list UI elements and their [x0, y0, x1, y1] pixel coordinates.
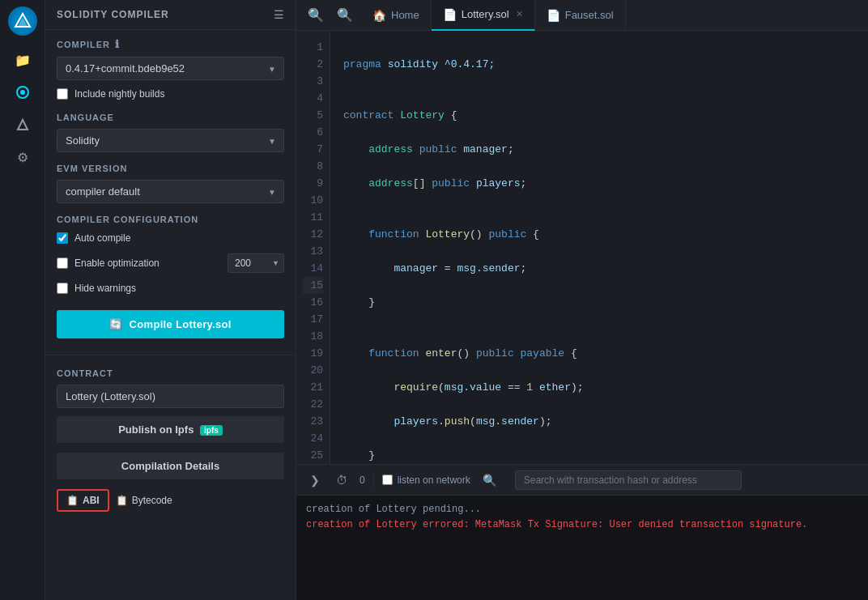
- console-line-2: creation of Lottery errored: MetaMask Tx…: [306, 517, 858, 533]
- config-section-label: COMPILER CONFIGURATION: [45, 206, 296, 228]
- tab-home[interactable]: 🏠 Home: [361, 0, 432, 31]
- nav-settings[interactable]: ⚙: [8, 143, 37, 172]
- tab-lottery[interactable]: 📄 Lottery.sol ✕: [432, 0, 535, 31]
- compiler-version-wrapper: 0.4.17+commit.bdeb9e520.8.0+commit.c7dfd…: [57, 57, 284, 80]
- compiler-info-icon[interactable]: ℹ: [115, 38, 120, 50]
- enable-optimization-checkbox[interactable]: [57, 257, 68, 269]
- evm-select[interactable]: compiler default homestead byzantium ist…: [57, 180, 284, 203]
- publish-button-label: Publish on Ipfs: [118, 423, 194, 436]
- bytecode-copy-icon: 📋: [116, 495, 128, 506]
- auto-compile-row: Auto compile: [45, 228, 296, 249]
- line-numbers: 12345 678910 1112131415 1617181920 21222…: [296, 31, 330, 464]
- fauset-tab-icon: 📄: [547, 9, 560, 22]
- code-editor[interactable]: 12345 678910 1112131415 1617181920 21222…: [296, 31, 868, 464]
- copy-icon: 📋: [66, 495, 79, 506]
- editor-toolbar: 🔍 🔍 🏠 Home 📄 Lottery.sol ✕ 📄 Fauset.sol: [296, 0, 868, 31]
- language-section-label: LANGUAGE: [45, 104, 296, 126]
- compilation-details-button[interactable]: Compilation Details: [57, 453, 284, 479]
- auto-compile-checkbox[interactable]: [57, 232, 68, 244]
- listen-network-row: listen on network: [382, 474, 470, 486]
- include-nightly-row: Include nightly builds: [45, 83, 296, 104]
- language-wrapper: Solidity Yul: [57, 129, 284, 152]
- hide-warnings-row: Hide warnings: [45, 278, 296, 299]
- abi-label: ABI: [83, 495, 100, 506]
- include-nightly-label: Include nightly builds: [74, 88, 164, 100]
- contract-select-wrapper: Lottery (Lottery.sol) Fauset (Fauset.sol…: [57, 385, 284, 408]
- bytecode-label: Bytecode: [132, 495, 172, 506]
- compilation-details-label: Compilation Details: [121, 460, 219, 472]
- compiler-section-label: COMPILER ℹ: [45, 30, 296, 53]
- home-tab-icon: 🏠: [372, 9, 386, 22]
- lottery-tab-icon: 📄: [443, 8, 457, 21]
- lottery-tab-close[interactable]: ✕: [516, 9, 523, 19]
- hide-warnings-label: Hide warnings: [74, 283, 136, 294]
- status-bar: ❯ ⏱ 0 listen on network 🔍: [296, 464, 868, 495]
- sidebar: Solidity Compiler ☰ COMPILER ℹ 0.4.17+co…: [45, 0, 296, 600]
- zoom-out-button[interactable]: 🔍: [303, 4, 329, 26]
- status-divider: [373, 472, 374, 488]
- sidebar-title: Solidity Compiler: [57, 9, 169, 20]
- nav-compiler[interactable]: [8, 78, 37, 107]
- console-line-1: creation of Lottery pending...: [306, 502, 858, 517]
- main-area: 🔍 🔍 🏠 Home 📄 Lottery.sol ✕ 📄 Fauset.sol …: [296, 0, 868, 600]
- hide-warnings-checkbox[interactable]: [57, 283, 68, 294]
- svg-point-3: [20, 90, 25, 95]
- compile-button-label: Compile Lottery.sol: [130, 318, 232, 330]
- fauset-tab-label: Fauset.sol: [565, 9, 614, 21]
- tx-count: 0: [360, 474, 365, 486]
- optimization-num-wrapper: [228, 253, 284, 273]
- clock-icon[interactable]: ⏱: [332, 472, 351, 488]
- optimization-value-input[interactable]: [228, 253, 284, 273]
- sidebar-header: Solidity Compiler ☰: [45, 0, 296, 30]
- contract-select[interactable]: Lottery (Lottery.sol) Fauset (Fauset.sol…: [57, 385, 284, 408]
- compile-button[interactable]: 🔄 Compile Lottery.sol: [57, 310, 284, 338]
- ipfs-badge: ipfs: [200, 425, 223, 436]
- optimization-row: Enable optimization: [45, 249, 296, 278]
- zoom-in-button[interactable]: 🔍: [332, 4, 358, 26]
- console-area: creation of Lottery pending... creation …: [296, 495, 868, 600]
- language-select[interactable]: Solidity Yul: [57, 129, 284, 152]
- nav-deploy[interactable]: [8, 110, 37, 139]
- contract-section-label: CONTRACT: [45, 360, 296, 381]
- nav-files[interactable]: 📁: [8, 45, 37, 74]
- include-nightly-checkbox[interactable]: [57, 88, 68, 100]
- evm-wrapper: compiler default homestead byzantium ist…: [57, 180, 284, 203]
- tab-fauset[interactable]: 📄 Fauset.sol: [535, 0, 626, 31]
- abi-button[interactable]: 📋 ABI: [57, 489, 109, 512]
- code-content[interactable]: pragma solidity ^0.4.17; contract Lotter…: [330, 31, 868, 464]
- tx-search-input[interactable]: [515, 470, 742, 490]
- lottery-tab-label: Lottery.sol: [462, 8, 509, 20]
- evm-section-label: EVM VERSION: [45, 155, 296, 177]
- optimization-label: Enable optimization: [74, 257, 221, 269]
- auto-compile-label: Auto compile: [74, 232, 130, 244]
- listen-network-checkbox[interactable]: [382, 474, 393, 485]
- sidebar-menu-icon[interactable]: ☰: [274, 8, 284, 21]
- search-icon[interactable]: 🔍: [479, 472, 500, 488]
- compile-icon: 🔄: [109, 318, 122, 330]
- nav-bar: 📁 ⚙: [0, 0, 45, 600]
- publish-ipfs-button[interactable]: Publish on Ipfs ipfs: [57, 416, 284, 443]
- sidebar-divider: [45, 355, 296, 355]
- expand-icon[interactable]: ❯: [306, 472, 324, 488]
- bytecode-button[interactable]: 📋 Bytecode: [116, 495, 172, 506]
- compiler-version-select[interactable]: 0.4.17+commit.bdeb9e520.8.0+commit.c7dfd…: [57, 57, 284, 80]
- listen-network-label: listen on network: [398, 474, 470, 486]
- app-logo: [8, 6, 37, 36]
- tabs-row: 🏠 Home 📄 Lottery.sol ✕ 📄 Fauset.sol: [361, 0, 862, 31]
- home-tab-label: Home: [391, 9, 419, 21]
- abi-bytecode-row: 📋 ABI 📋 Bytecode: [45, 484, 296, 517]
